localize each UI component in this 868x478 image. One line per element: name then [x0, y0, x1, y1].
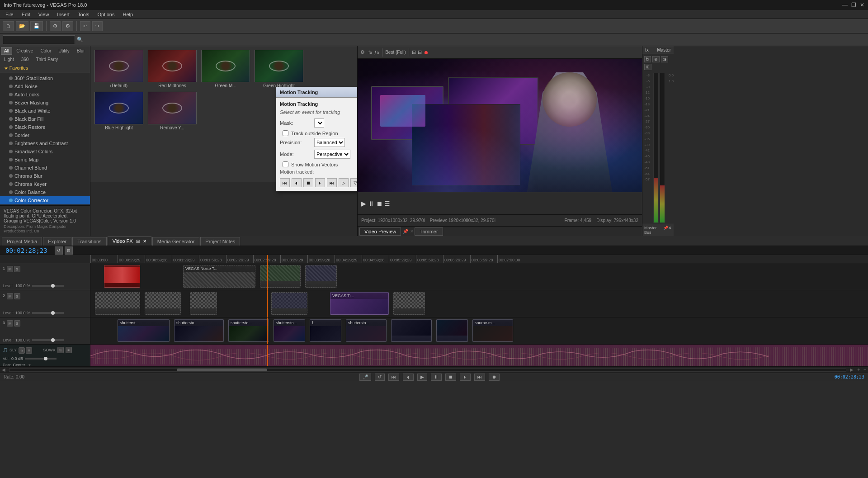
tab-project-notes[interactable]: Project Notes: [200, 237, 240, 246]
tab-media-generator[interactable]: Media Generator: [152, 237, 200, 246]
track-1-clip-4[interactable]: [305, 265, 337, 288]
preview-close-icon[interactable]: ✕: [410, 229, 414, 234]
track-3-content[interactable]: shutterst... shuttersto... shuttersto...…: [90, 317, 868, 344]
preview-snap-icon[interactable]: ⊟: [418, 49, 422, 55]
track-3-clip-1[interactable]: shutterst...: [118, 319, 170, 342]
pause-button[interactable]: ⏸: [368, 200, 374, 207]
menu-edit[interactable]: Edit: [18, 11, 34, 18]
search-icon[interactable]: 🔍: [77, 37, 83, 43]
dt-play-btn[interactable]: ⏮: [280, 178, 290, 187]
video-fx-close-icon[interactable]: ⊟: [136, 239, 140, 244]
transport-stop-btn[interactable]: ⏹: [445, 374, 456, 381]
tab-trimmer[interactable]: Trimmer: [415, 227, 443, 236]
menu-tools[interactable]: Tools: [74, 11, 93, 18]
menu-options[interactable]: Options: [94, 11, 118, 18]
timeline-scrollbar[interactable]: ◀ ▶ + −: [0, 366, 868, 373]
tab-transitions[interactable]: Transitions: [72, 237, 106, 246]
audio-extra-icon[interactable]: fx: [57, 347, 64, 353]
transport-next-btn[interactable]: ⏵: [460, 374, 471, 381]
mask-select[interactable]: [314, 118, 324, 128]
preview-formula-icon[interactable]: ƒx: [374, 50, 380, 55]
scroll-zoom-in-btn[interactable]: +: [855, 367, 862, 372]
fx-item-border[interactable]: Border: [0, 131, 90, 139]
tab-utility[interactable]: Utility: [55, 47, 72, 55]
transport-end-btn[interactable]: ⏭: [474, 374, 485, 381]
menu-help[interactable]: Help: [119, 11, 137, 18]
transport-prev-btn[interactable]: ⏴: [403, 374, 414, 381]
dt-extra-btn[interactable]: ▽: [350, 178, 357, 187]
track-2-clip-vegas-ti[interactable]: VEGAS Ti...: [330, 292, 389, 315]
master-bus-close[interactable]: ✕: [668, 226, 672, 235]
dialog-title-bar[interactable]: Motion Tracking ✕: [276, 87, 357, 98]
track-1-clip-red[interactable]: [104, 265, 140, 288]
menu-button[interactable]: ☰: [384, 200, 390, 207]
scroll-left-btn[interactable]: ◀: [0, 367, 7, 372]
transport-mic-btn[interactable]: 🎤: [359, 374, 371, 381]
fx-item-bezier[interactable]: Bézier Masking: [0, 99, 90, 107]
dt-next-btn[interactable]: ⏵: [315, 178, 325, 187]
tab-video-preview[interactable]: Video Preview: [359, 227, 401, 236]
menu-insert[interactable]: Insert: [53, 11, 73, 18]
fx-item-color-balance[interactable]: Color Balance: [0, 188, 90, 196]
track-3-clip-6[interactable]: shuttersto...: [346, 319, 387, 342]
save-btn[interactable]: 💾: [30, 21, 43, 31]
search-input[interactable]: [3, 35, 75, 44]
menu-view[interactable]: View: [35, 11, 53, 18]
audio-track-content[interactable]: [90, 345, 868, 366]
master-btn2[interactable]: ⊕: [652, 56, 660, 62]
show-vectors-checkbox[interactable]: [283, 161, 288, 167]
preview-settings-icon[interactable]: ⚙: [360, 49, 365, 55]
video-fx-pin-icon[interactable]: ✕: [143, 239, 146, 244]
tab-all[interactable]: All: [1, 47, 12, 55]
dt-stop-btn[interactable]: ⏹: [303, 178, 313, 187]
track-1-solo-btn[interactable]: S: [14, 266, 20, 272]
track-2-content[interactable]: VEGAS Ti...: [90, 290, 868, 317]
track-1-content[interactable]: VEGAS Noise T...: [90, 263, 868, 290]
audio-extra-menu[interactable]: ≡: [66, 347, 72, 353]
transport-rewind-btn[interactable]: ⏮: [388, 374, 399, 381]
undo-btn[interactable]: ↩: [80, 21, 90, 31]
track-2-level-slider[interactable]: [32, 312, 64, 314]
settings-btn[interactable]: ⚙: [62, 21, 73, 31]
tab-favorites[interactable]: ★ Favorites: [1, 64, 31, 72]
master-bus-pin[interactable]: 📌: [663, 226, 668, 235]
track-2-solo-btn[interactable]: S: [14, 293, 20, 299]
new-btn[interactable]: 🗋: [3, 21, 14, 31]
close-button[interactable]: ✕: [860, 2, 864, 8]
fx-item-auto-looks[interactable]: Auto Looks: [0, 90, 90, 99]
scroll-track[interactable]: [9, 368, 846, 372]
master-btn1[interactable]: fx: [644, 56, 651, 62]
fx-item-bw[interactable]: Black and White: [0, 107, 90, 115]
tab-video-fx[interactable]: Video FX ⊟ ✕: [108, 237, 151, 246]
tab-blur[interactable]: Blur: [74, 47, 88, 55]
transport-record-btn[interactable]: ⏺: [489, 374, 500, 381]
tab-explorer[interactable]: Explorer: [43, 237, 71, 246]
track-3-solo-btn[interactable]: S: [14, 320, 20, 327]
track-1-clip-noise[interactable]: VEGAS Noise T...: [183, 265, 255, 288]
precision-select[interactable]: Balanced: [314, 138, 345, 147]
fx-item-chroma-key[interactable]: Chroma Keyer: [0, 180, 90, 188]
track-2-mute-btn[interactable]: M: [7, 293, 13, 299]
maximize-button[interactable]: ❐: [851, 2, 856, 8]
scroll-zoom-out-btn[interactable]: −: [862, 367, 868, 372]
fx-item-channel[interactable]: Channel Blend: [0, 164, 90, 172]
track-3-level-slider[interactable]: [32, 339, 64, 341]
stop-button[interactable]: ⏹: [376, 200, 382, 207]
thumb-green-highlight[interactable]: Green Highlight: [254, 50, 304, 88]
track-2-clip-2[interactable]: [145, 292, 181, 315]
dt-end-btn[interactable]: ⏭: [327, 178, 337, 187]
track-2-clip-5[interactable]: [393, 292, 425, 315]
transport-play-btn[interactable]: ▶: [417, 374, 427, 381]
track-3-clip-4[interactable]: shuttersto...: [274, 319, 305, 342]
dt-prev-btn[interactable]: ⏴: [292, 178, 302, 187]
audio-fx-icon[interactable]: fx: [19, 347, 25, 354]
track-2-clip-4[interactable]: [271, 292, 307, 315]
tab-third-party[interactable]: Third Party: [33, 56, 61, 63]
ruler-right-area[interactable]: 00:00:00 00:00:29;29 00:00:59;28 00:01:2…: [90, 255, 868, 263]
track-1-mute-btn[interactable]: M: [7, 266, 13, 272]
mode-select[interactable]: Perspective: [314, 150, 350, 159]
tab-color[interactable]: Color: [37, 47, 54, 55]
preview-pin-icon[interactable]: 📌: [403, 229, 408, 234]
menu-file[interactable]: File: [2, 11, 17, 18]
fx-item-color-corrector[interactable]: Color Corrector: [0, 196, 90, 204]
